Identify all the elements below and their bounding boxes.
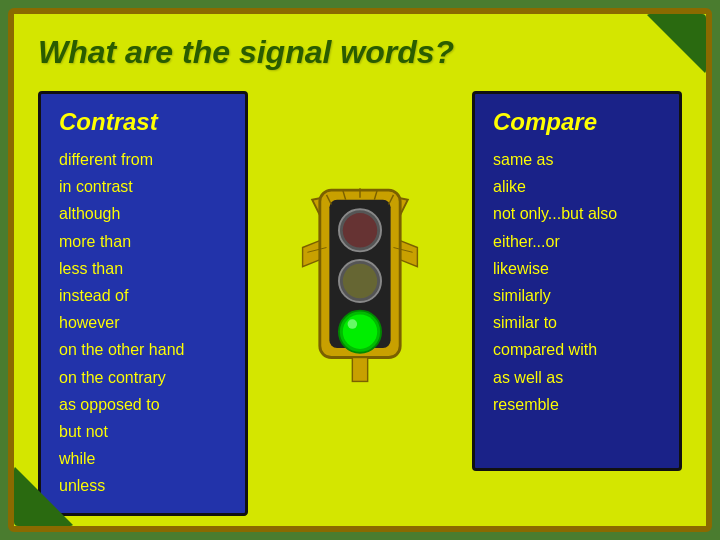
list-item: likewise <box>493 255 661 282</box>
traffic-light-icon <box>290 171 430 391</box>
svg-rect-12 <box>352 358 367 382</box>
list-item: however <box>59 309 227 336</box>
list-item: less than <box>59 255 227 282</box>
list-item: compared with <box>493 336 661 363</box>
list-item: as well as <box>493 364 661 391</box>
list-item: similarly <box>493 282 661 309</box>
compare-word-list: same asalikenot only...but alsoeither...… <box>493 146 661 418</box>
compare-box: Compare same asalikenot only...but alsoe… <box>472 91 682 471</box>
traffic-light-area <box>264 91 456 471</box>
contrast-heading: Contrast <box>59 108 227 136</box>
list-item: not only...but also <box>493 200 661 227</box>
list-item: on the contrary <box>59 364 227 391</box>
compare-heading: Compare <box>493 108 661 136</box>
svg-point-8 <box>343 264 377 298</box>
list-item: instead of <box>59 282 227 309</box>
svg-point-6 <box>343 213 377 247</box>
list-item: either...or <box>493 228 661 255</box>
page-title: What are the signal words? <box>38 34 682 71</box>
list-item: as opposed to <box>59 391 227 418</box>
svg-point-10 <box>343 314 377 348</box>
list-item: on the other hand <box>59 336 227 363</box>
list-item: same as <box>493 146 661 173</box>
content-row: Contrast different fromin contrastalthou… <box>38 91 682 516</box>
list-item: unless <box>59 472 227 499</box>
list-item: but not <box>59 418 227 445</box>
list-item: more than <box>59 228 227 255</box>
list-item: resemble <box>493 391 661 418</box>
list-item: similar to <box>493 309 661 336</box>
main-container: What are the signal words? Contrast diff… <box>8 8 712 532</box>
list-item: although <box>59 200 227 227</box>
contrast-box: Contrast different fromin contrastalthou… <box>38 91 248 516</box>
svg-point-11 <box>348 319 358 329</box>
list-item: while <box>59 445 227 472</box>
list-item: in contrast <box>59 173 227 200</box>
list-item: different from <box>59 146 227 173</box>
list-item: alike <box>493 173 661 200</box>
contrast-word-list: different fromin contrastalthoughmore th… <box>59 146 227 499</box>
